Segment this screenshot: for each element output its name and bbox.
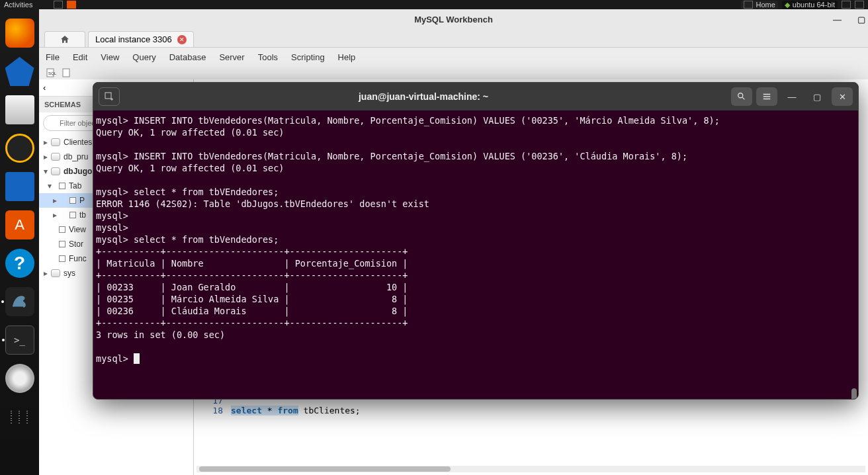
dock-apps-icon[interactable]: ⋮⋮⋮⋮⋮⋮ [5,402,34,431]
svg-rect-3 [105,93,111,99]
dock-disc-icon[interactable] [5,364,34,393]
window-title: MySQL Workbench [414,15,493,24]
scrollbar-thumb[interactable] [199,466,451,472]
menu-bar: File Edit View Query Database Server Too… [39,48,868,66]
menu-tools[interactable]: Tools [258,52,278,62]
launcher-dock: A ? >_ ⋮⋮⋮⋮⋮⋮ [0,9,39,475]
home-icon [59,34,71,45]
menu-view[interactable]: View [101,52,119,62]
dock-rhythmbox-icon[interactable] [5,134,34,163]
svg-line-7 [742,97,745,100]
svg-text:SQL: SQL [48,71,56,75]
close-button[interactable]: ✕ [832,87,853,106]
open-sql-icon[interactable] [62,67,72,78]
database-icon [51,269,60,277]
folder-icon [59,183,65,189]
chevron-left-icon: ‹ [43,83,46,93]
dock-libreoffice-icon[interactable] [5,172,34,201]
panel-os-pill[interactable]: ◆ubuntu 64-bit [782,1,838,9]
menu-query[interactable]: Query [132,52,155,62]
table-icon [69,212,76,218]
window-titlebar: MySQL Workbench — ▢ [39,9,868,29]
database-icon [51,153,60,161]
folder-icon [59,226,65,233]
tab-label: Local instance 3306 [95,34,172,44]
activities-label[interactable]: Activities [4,1,32,9]
dock-help-icon[interactable]: ? [5,249,34,278]
minimize-button[interactable]: — [781,87,803,106]
close-tab-icon[interactable]: ✕ [177,35,187,44]
folder-icon [59,241,65,247]
search-button[interactable] [731,87,752,106]
menu-file[interactable]: File [46,52,60,62]
desktop-top-panel: Activities Home ◆ubuntu 64-bit [0,0,868,9]
terminal-titlebar: juan@juan-virtual-machine: ~ — ▢ ✕ [93,83,858,110]
hamburger-menu-button[interactable] [756,87,777,106]
dock-terminal-icon[interactable]: >_ [5,325,34,355]
terminal-body[interactable]: mysql> INSERT INTO tbVendedores(Matricul… [93,110,858,399]
connection-tab[interactable]: Local instance 3306 ✕ [88,31,194,47]
menu-scripting[interactable]: Scripting [291,52,325,62]
svg-rect-2 [63,69,69,77]
connection-tabs: Local instance 3306 ✕ [39,29,868,48]
panel-icon [842,1,851,9]
menu-database[interactable]: Database [169,52,206,62]
maximize-button[interactable]: ▢ [806,87,828,106]
dock-firefox-icon[interactable] [5,19,34,48]
new-tab-button[interactable] [99,87,120,106]
panel-icon [54,1,63,9]
folder-icon [59,255,65,262]
panel-home-pill[interactable]: Home [741,1,777,9]
terminal-scrollbar[interactable] [851,388,857,399]
database-icon [51,138,60,146]
new-sql-tab-icon[interactable]: SQL [46,67,56,78]
terminal-window: juan@juan-virtual-machine: ~ — ▢ ✕ mysql… [93,82,859,400]
panel-icon [855,1,864,9]
main-toolbar: SQL [39,66,868,79]
dock-mysql-icon[interactable] [5,287,34,316]
database-icon [51,167,60,175]
terminal-output: mysql> INSERT INTO tbVendedores(Matricul… [96,115,720,364]
editor-scrollbar[interactable] [196,466,865,472]
dock-files-icon[interactable] [5,95,34,124]
editor-line: 18select * from tbClientes; [194,406,361,415]
table-icon [69,197,76,204]
panel-icon [67,1,76,9]
minimize-icon[interactable]: — [833,15,842,24]
svg-point-6 [738,93,743,98]
menu-server[interactable]: Server [219,52,244,62]
terminal-title: juan@juan-virtual-machine: ~ [120,91,727,102]
dock-software-icon[interactable]: A [5,210,34,239]
menu-help[interactable]: Help [338,52,356,62]
home-tab[interactable] [44,31,85,47]
dock-thunderbird-icon[interactable] [5,57,34,86]
cursor-icon [134,353,140,364]
maximize-icon[interactable]: ▢ [857,15,865,24]
menu-edit[interactable]: Edit [73,52,87,62]
